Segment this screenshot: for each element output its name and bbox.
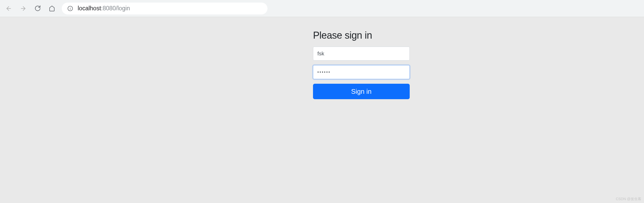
forward-button[interactable] <box>20 5 27 12</box>
site-info-icon[interactable] <box>67 6 73 11</box>
password-input[interactable] <box>313 65 410 79</box>
address-bar[interactable]: localhost:8080/login <box>62 3 267 14</box>
url-text: localhost:8080/login <box>78 5 130 12</box>
url-host: localhost <box>78 5 101 12</box>
home-icon <box>49 5 55 12</box>
nav-icons-group <box>5 5 56 12</box>
reload-icon <box>34 5 41 12</box>
home-button[interactable] <box>48 5 56 12</box>
arrow-right-icon <box>20 5 26 12</box>
watermark: CSDN @发生客 <box>616 197 641 201</box>
page-content: Please sign in Sign in <box>0 17 644 99</box>
form-title: Please sign in <box>313 30 410 41</box>
back-button[interactable] <box>5 5 12 12</box>
signin-form: Please sign in Sign in <box>313 30 410 99</box>
url-path: :8080/login <box>101 5 130 12</box>
username-input[interactable] <box>313 47 410 61</box>
browser-toolbar: localhost:8080/login <box>0 0 644 17</box>
reload-button[interactable] <box>34 5 41 12</box>
signin-button[interactable]: Sign in <box>313 84 410 99</box>
arrow-left-icon <box>5 5 12 12</box>
info-icon <box>67 6 73 11</box>
